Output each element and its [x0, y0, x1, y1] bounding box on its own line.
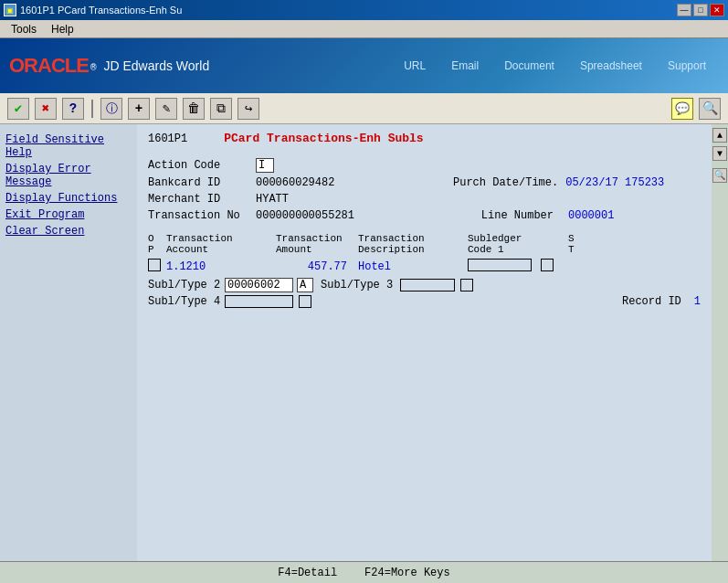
- row-description: Hotel: [358, 260, 468, 273]
- transaction-no-label: Transaction No: [148, 209, 248, 222]
- sidebar-item-exit-program[interactable]: Exit Program: [5, 207, 132, 223]
- check-icon: ✔: [15, 101, 22, 116]
- sidebar-item-display-functions[interactable]: Display Functions: [5, 190, 132, 207]
- action-code-row: Action Code: [148, 158, 701, 173]
- record-id-label: Record ID: [622, 295, 681, 308]
- col-amt-header1: Transaction: [276, 233, 358, 244]
- row-account: 1.1210: [166, 260, 276, 273]
- col-st-header: S: [568, 233, 586, 244]
- table-area: O Transaction Transaction Transaction Su…: [148, 233, 701, 308]
- status-bar: F4=Detail F24=More Keys: [0, 561, 728, 583]
- jde-text: JD Edwards World: [104, 58, 210, 73]
- sidebar-item-clear-screen[interactable]: Clear Screen: [5, 223, 132, 239]
- line-number-value: 0000001: [568, 209, 614, 222]
- nav-url[interactable]: URL: [391, 56, 438, 76]
- subl4-bracket: [225, 295, 293, 308]
- menu-help[interactable]: Help: [44, 21, 81, 37]
- col-desc-header1: Transaction: [358, 233, 468, 244]
- edit-button[interactable]: ✎: [155, 98, 177, 120]
- row-op-bracket: [148, 259, 166, 275]
- row-st-bracket: [541, 259, 559, 275]
- transaction-no-row: Transaction No 000000000055281 Line Numb…: [148, 209, 701, 222]
- window-title: 1601P1 PCard Transactions-Enh Su: [20, 5, 182, 16]
- subl2-label: Subl/Type 2: [148, 279, 221, 292]
- sidebar: Field Sensitive Help Display Error Messa…: [0, 124, 137, 561]
- scroll-down-button[interactable]: ▼: [712, 146, 727, 161]
- header-nav: URL Email Document Spreadsheet Support: [391, 56, 719, 76]
- oracle-header: ORACLE ® JD Edwards World URL Email Docu…: [0, 38, 728, 93]
- subl2-input[interactable]: [225, 278, 293, 292]
- table-header-row1: O Transaction Transaction Transaction Su…: [148, 233, 701, 244]
- subl3-bracket: [400, 279, 455, 292]
- copy-button[interactable]: ⧉: [210, 98, 232, 120]
- purch-date-label: Purch Date/Time.: [453, 176, 558, 189]
- sidebar-item-display-error-message[interactable]: Display Error Message: [5, 161, 132, 190]
- info-button[interactable]: ⓘ: [100, 98, 122, 120]
- menu-bar: Tools Help: [0, 20, 728, 38]
- table-header-row2: P Account Amount Description Code 1 T: [148, 244, 701, 255]
- nav-document[interactable]: Document: [491, 56, 567, 76]
- delete-button[interactable]: 🗑: [183, 98, 205, 120]
- pencil-icon: ✎: [163, 101, 170, 116]
- col-acct-header2: Account: [166, 244, 276, 255]
- subl3-label: Subl/Type 3: [321, 279, 393, 292]
- subl4-type-bracket: [299, 295, 311, 308]
- copy-icon: ⧉: [216, 101, 226, 116]
- help-button[interactable]: ?: [62, 98, 84, 120]
- search-icon: 🔍: [702, 101, 718, 116]
- record-id-value: 1: [694, 295, 701, 308]
- zoom-button[interactable]: 🔍: [712, 168, 727, 183]
- action-code-input[interactable]: [256, 158, 274, 173]
- search-button[interactable]: 🔍: [699, 98, 721, 120]
- merchant-id-row: Merchant ID HYATT: [148, 193, 701, 206]
- check-button[interactable]: ✔: [7, 98, 29, 120]
- oracle-logo: ORACLE ® JD Edwards World: [9, 54, 209, 78]
- merchant-id-value: HYATT: [256, 193, 365, 206]
- info-icon: ⓘ: [106, 101, 118, 117]
- chat-icon: 💬: [675, 101, 690, 116]
- f24-label: F24=More Keys: [364, 567, 450, 579]
- chat-button[interactable]: 💬: [671, 98, 693, 120]
- col-desc-header2: Description: [358, 244, 468, 255]
- nav-support[interactable]: Support: [655, 56, 719, 76]
- question-icon: ?: [69, 101, 77, 116]
- col-st2-header: T: [568, 244, 586, 255]
- nav-spreadsheet[interactable]: Spreadsheet: [567, 56, 655, 76]
- scroll-up-button[interactable]: ▲: [712, 128, 727, 143]
- transaction-no-value: 000000000055281: [256, 209, 365, 222]
- oracle-text: ORACLE: [9, 54, 89, 78]
- col-amt-header2: Amount: [276, 244, 358, 255]
- minimize-button[interactable]: —: [677, 4, 691, 16]
- subl-type2-row: Subl/Type 2 Subl/Type 3: [148, 278, 701, 292]
- col-sub-header1: Subledger: [468, 233, 568, 244]
- subl2-type-input[interactable]: [297, 278, 313, 292]
- menu-tools[interactable]: Tools: [4, 21, 44, 37]
- table-row: 1.1210 457.77 Hotel: [148, 259, 701, 275]
- toolbar-separator: [91, 100, 93, 118]
- add-button[interactable]: +: [128, 98, 150, 120]
- app-icon: ▣: [4, 4, 16, 16]
- row-subledger-bracket: [468, 259, 541, 275]
- forward-button[interactable]: ↪: [237, 98, 259, 120]
- main-area: Field Sensitive Help Display Error Messa…: [0, 124, 728, 561]
- line-number-label: Line Number: [453, 209, 554, 222]
- col-op-header: O: [148, 233, 166, 244]
- maximize-button[interactable]: □: [693, 4, 708, 16]
- content-area: 1601P1 PCard Transactions-Enh Subls Acti…: [137, 124, 712, 561]
- bankcard-id-value: 000060029482: [256, 176, 365, 189]
- nav-email[interactable]: Email: [438, 56, 491, 76]
- title-bar: ▣ 1601P1 PCard Transactions-Enh Su — □ ✕: [0, 0, 728, 20]
- subl-type4-row: Subl/Type 4 Record ID 1: [148, 295, 701, 308]
- form-title: PCard Transactions-Enh Subls: [224, 132, 423, 145]
- f4-label: F4=Detail: [278, 567, 337, 579]
- col-op2-header: P: [148, 244, 166, 255]
- close-button[interactable]: ✕: [710, 4, 724, 16]
- action-code-label: Action Code: [148, 159, 248, 172]
- toolbar-right: 💬 🔍: [671, 98, 721, 120]
- form-id: 1601P1: [148, 132, 187, 145]
- trash-icon: 🗑: [187, 101, 200, 116]
- sidebar-item-field-sensitive-help[interactable]: Field Sensitive Help: [5, 132, 132, 161]
- cancel-button[interactable]: ✖: [35, 98, 57, 120]
- subl3-type-bracket: [460, 279, 473, 292]
- scroll-area: ▲ ▼ 🔍: [712, 124, 728, 561]
